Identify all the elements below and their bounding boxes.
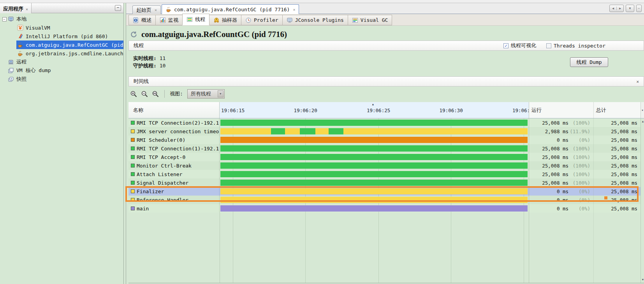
document-tab[interactable]: 起始页 ✕	[132, 5, 161, 14]
tree-item[interactable]: VisualVM	[0, 23, 123, 32]
tab-close-icon[interactable]: ✕	[293, 7, 295, 12]
tab-list-button[interactable]: ▼	[626, 5, 634, 12]
thread-name-cell[interactable]: Monitor Ctrl-Break	[128, 161, 220, 170]
time-axis-header[interactable]: ▲ 19:06:1519:06:2019:06:2519:06:3019:06:…	[220, 102, 529, 118]
thread-name-cell[interactable]: main	[128, 204, 220, 213]
thread-name-cell[interactable]: Reference Handler	[128, 196, 220, 204]
thread-name-cell[interactable]: RMI TCP Accept-0	[128, 153, 220, 161]
document-tabs: 起始页 ✕ com.atguigu.java.RefCountGC (pid 7…	[132, 4, 300, 14]
maximize-button[interactable]: −	[636, 5, 642, 12]
tree-item-content[interactable]: org.jetbrains.jps.cmdline.Launcher (	[16, 49, 123, 58]
thread-name-cell[interactable]: Signal Dispatcher	[128, 178, 220, 187]
thread-row[interactable]: Finalizer 0 ms (0%) 25,008 ms	[128, 187, 644, 196]
thread-name-cell[interactable]: JMX server connection timeo	[128, 127, 220, 136]
time-marker-icon: ▲	[372, 103, 374, 106]
tree-item-content[interactable]: 本地	[7, 15, 123, 23]
timeline-section-label: 时间线	[134, 78, 149, 85]
thread-name-cell[interactable]: Finalizer	[128, 187, 220, 196]
tree-item-content[interactable]: VisualVM	[16, 23, 123, 32]
run-percent-value: (0%)	[568, 206, 590, 212]
applications-tab-close-icon[interactable]: ✕	[26, 7, 28, 11]
tab-scroll-buttons[interactable]: ◀ ▶	[609, 5, 624, 12]
tree-item-content[interactable]: com.atguigu.java.RefCountGC (pid 771	[16, 41, 123, 49]
tab-scroll-left-icon[interactable]: ◀	[610, 7, 616, 10]
thread-timeline-cell[interactable]	[220, 161, 529, 170]
view-tab[interactable]: 监视	[155, 15, 183, 25]
thread-timeline-cell[interactable]	[220, 187, 529, 196]
thread-timeline-cell[interactable]	[220, 178, 529, 187]
view-dropdown[interactable]: 所有线程 ▼	[187, 89, 225, 99]
view-tab-label: 概述	[141, 17, 151, 24]
panel-minimize-button[interactable]: −	[115, 5, 121, 11]
thread-timeline-cell[interactable]	[220, 136, 529, 144]
total-column-header[interactable]: 总计	[593, 102, 640, 118]
checkbox-unchecked-icon[interactable]	[546, 43, 551, 48]
tree-item[interactable]: 远程	[0, 58, 123, 66]
view-tab[interactable]: Visual GC	[348, 15, 392, 25]
view-tab[interactable]: 概述	[128, 15, 156, 25]
thread-row[interactable]: RMI TCP Connection(2)-192.1 25,008 ms (1…	[128, 118, 644, 127]
chevron-down-icon[interactable]: ▼	[218, 90, 223, 97]
zoom-out-icon[interactable]	[141, 90, 148, 98]
view-tab[interactable]: Profiler	[241, 15, 283, 25]
time-axis-tick: 19:06:35	[512, 107, 529, 113]
thread-row[interactable]: JMX server connection timeo 2,988 ms (11…	[128, 127, 644, 136]
tree-item[interactable]: org.jetbrains.jps.cmdline.Launcher (	[0, 49, 123, 58]
tree-item[interactable]: com.atguigu.java.RefCountGC (pid 771	[0, 41, 123, 49]
timeline-close-icon[interactable]: ✕	[636, 79, 639, 84]
thread-row[interactable]: RMI TCP Connection(1)-192.1 25,008 ms (1…	[128, 144, 644, 153]
tree-item-content[interactable]: 快照	[7, 75, 123, 83]
tab-scroll-right-icon[interactable]: ▶	[616, 7, 623, 10]
thread-state-legend	[131, 146, 135, 150]
thread-row[interactable]: Monitor Ctrl-Break 25,008 ms (100%) 25,0…	[128, 161, 644, 170]
expander-icon[interactable]: −	[2, 17, 7, 21]
thread-row[interactable]: Signal Dispatcher 25,008 ms (100%) 25,00…	[128, 178, 644, 187]
run-percent-value: (100%)	[568, 171, 590, 177]
thread-name-cell[interactable]: RMI Scheduler(0)	[128, 136, 220, 144]
visualization-checkbox[interactable]: ✓ 线程可视化	[503, 42, 536, 49]
zoom-in-icon[interactable]	[130, 90, 137, 98]
thread-name-cell[interactable]: Attach Listener	[128, 170, 220, 178]
thread-row[interactable]: RMI TCP Accept-0 25,008 ms (100%) 25,008…	[128, 153, 644, 161]
thread-row[interactable]: RMI Scheduler(0) 0 ms (0%) 25,008 ms	[128, 136, 644, 144]
thread-name-cell[interactable]: RMI TCP Connection(1)-192.1	[128, 144, 220, 153]
tree-item[interactable]: IntelliJ Platform (pid 860)	[0, 32, 123, 41]
view-tab[interactable]: 线程	[182, 14, 209, 25]
scroll-down-icon[interactable]: ▼	[642, 278, 644, 281]
thread-timeline-cell[interactable]	[220, 204, 529, 213]
document-tab[interactable]: com.atguigu.java.RefCountGC (pid 7716) ✕	[162, 4, 299, 14]
tree-item-content[interactable]: IntelliJ Platform (pid 860)	[16, 32, 123, 41]
thread-timeline-cell[interactable]	[220, 127, 529, 136]
thread-timeline-cell[interactable]	[220, 196, 529, 204]
run-time-value: 0 ms	[557, 197, 568, 203]
name-column-header[interactable]: 名称	[128, 102, 220, 118]
run-column-header[interactable]: 运行	[529, 102, 593, 118]
thread-timeline-cell[interactable]	[220, 153, 529, 161]
tree-item-content[interactable]: 远程	[7, 58, 123, 66]
tree-item[interactable]: − 本地	[0, 15, 123, 23]
applications-tab[interactable]: 应用程序 ✕	[0, 3, 32, 13]
scroll-up-icon[interactable]: ▲	[642, 120, 644, 123]
zoom-fit-icon[interactable]	[152, 90, 159, 98]
checkbox-checked-icon[interactable]: ✓	[503, 43, 509, 48]
thread-row[interactable]: main 0 ms (0%) 25,008 ms	[128, 204, 644, 213]
thread-row[interactable]: Attach Listener 25,008 ms (100%) 25,008 …	[128, 170, 644, 178]
inspector-checkbox[interactable]: Threads inspector	[546, 43, 605, 49]
tree-item[interactable]: VM 核心 dump	[0, 66, 123, 75]
thread-name-cell[interactable]: RMI TCP Connection(2)-192.1	[128, 118, 220, 127]
thread-timeline-cell[interactable]	[220, 144, 529, 153]
thread-timeline-cell[interactable]	[220, 118, 529, 127]
thread-timeline-cell[interactable]	[220, 170, 529, 178]
total-time-value: 25,008 ms	[611, 146, 637, 152]
tab-close-icon[interactable]: ✕	[155, 8, 157, 12]
total-time-value: 25,008 ms	[611, 120, 637, 126]
column-selector-icon[interactable]: ▼	[640, 102, 644, 118]
tree-item[interactable]: 快照	[0, 75, 123, 83]
thread-row[interactable]: Reference Handler 0 ms (0%) 25,008 ms	[128, 196, 644, 204]
tree-item-content[interactable]: VM 核心 dump	[7, 66, 123, 75]
run-time-value: 25,008 ms	[542, 171, 568, 177]
view-tab[interactable]: 抽样器	[209, 15, 241, 25]
thread-dump-button[interactable]: 线程 Dump	[570, 57, 608, 67]
view-tab[interactable]: JConsole Plugins	[282, 15, 348, 25]
thread-total-cell: 25,008 ms	[593, 178, 640, 187]
